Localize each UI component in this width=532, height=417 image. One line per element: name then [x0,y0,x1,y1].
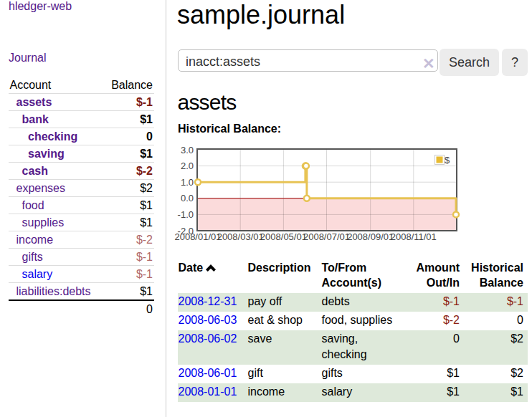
svg-text:$: $ [445,155,450,166]
svg-text:2008/01/01: 2008/01/01 [174,231,221,242]
svg-text:2008/05/01: 2008/05/01 [260,231,307,242]
svg-text:2008/07/01: 2008/07/01 [303,231,350,242]
svg-text:2008/11/01: 2008/11/01 [391,231,437,242]
svg-text:2008/09/01: 2008/09/01 [347,231,394,242]
svg-text:2.0: 2.0 [181,160,194,171]
svg-text:3.0: 3.0 [181,145,194,155]
svg-text:2008/03/01: 2008/03/01 [217,231,264,242]
svg-text:1.0: 1.0 [181,177,194,188]
svg-text:-1.0: -1.0 [178,209,194,220]
svg-text:0.0: 0.0 [181,193,194,203]
